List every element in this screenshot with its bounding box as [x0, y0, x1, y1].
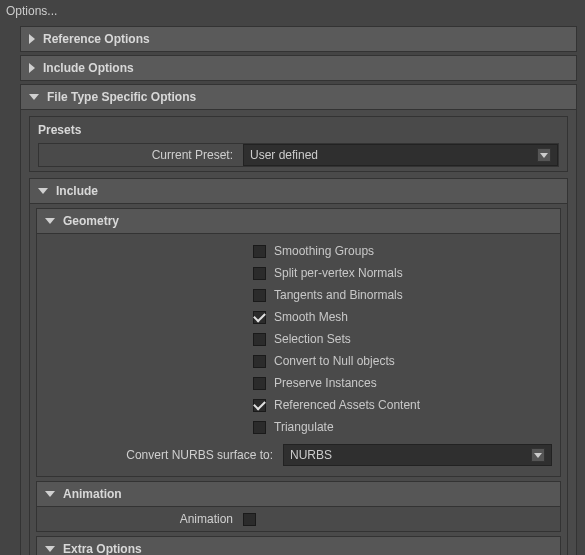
animation-checkbox[interactable]: [243, 513, 256, 526]
convert-nurbs-label: Convert NURBS surface to:: [45, 448, 277, 462]
split-normals-label: Split per-vertex Normals: [274, 266, 403, 280]
preserve-instances-label: Preserve Instances: [274, 376, 377, 390]
file-type-options-header[interactable]: File Type Specific Options: [20, 84, 577, 110]
chevron-right-icon: [29, 34, 35, 44]
presets-title: Presets: [38, 121, 559, 143]
current-preset-value: User defined: [250, 148, 318, 162]
smoothing-groups-label: Smoothing Groups: [274, 244, 374, 258]
selection-sets-label: Selection Sets: [274, 332, 351, 346]
split-normals-checkbox[interactable]: [253, 267, 266, 280]
smooth-mesh-checkbox[interactable]: [253, 311, 266, 324]
referenced-assets-label: Referenced Assets Content: [274, 398, 420, 412]
smooth-mesh-label: Smooth Mesh: [274, 310, 348, 324]
chevron-down-icon: [45, 491, 55, 497]
reference-options-header[interactable]: Reference Options: [20, 26, 577, 52]
file-type-options-title: File Type Specific Options: [47, 90, 196, 104]
convert-nurbs-value: NURBS: [290, 448, 332, 462]
chevron-down-icon: [45, 546, 55, 552]
current-preset-label: Current Preset:: [39, 144, 237, 166]
include-options-header[interactable]: Include Options: [20, 55, 577, 81]
reference-options-title: Reference Options: [43, 32, 150, 46]
triangulate-checkbox[interactable]: [253, 421, 266, 434]
window-title: Options...: [0, 0, 585, 22]
dropdown-arrow-icon: [531, 448, 545, 462]
current-preset-dropdown[interactable]: User defined: [243, 144, 558, 166]
include-header[interactable]: Include: [29, 178, 568, 204]
dropdown-arrow-icon: [537, 148, 551, 162]
extra-options-header[interactable]: Extra Options: [36, 536, 561, 555]
smoothing-groups-checkbox[interactable]: [253, 245, 266, 258]
include-options-title: Include Options: [43, 61, 134, 75]
chevron-down-icon: [45, 218, 55, 224]
selection-sets-checkbox[interactable]: [253, 333, 266, 346]
referenced-assets-checkbox[interactable]: [253, 399, 266, 412]
include-title: Include: [56, 184, 98, 198]
extra-options-title: Extra Options: [63, 542, 142, 555]
chevron-down-icon: [38, 188, 48, 194]
convert-null-checkbox[interactable]: [253, 355, 266, 368]
preserve-instances-checkbox[interactable]: [253, 377, 266, 390]
tangents-binormals-label: Tangents and Binormals: [274, 288, 403, 302]
animation-header[interactable]: Animation: [36, 481, 561, 507]
convert-nurbs-dropdown[interactable]: NURBS: [283, 444, 552, 466]
convert-null-label: Convert to Null objects: [274, 354, 395, 368]
presets-panel: Presets Current Preset: User defined: [29, 116, 568, 172]
animation-label: Animation: [37, 509, 237, 529]
geometry-header[interactable]: Geometry: [36, 208, 561, 234]
geometry-title: Geometry: [63, 214, 119, 228]
chevron-down-icon: [29, 94, 39, 100]
triangulate-label: Triangulate: [274, 420, 334, 434]
chevron-right-icon: [29, 63, 35, 73]
tangents-binormals-checkbox[interactable]: [253, 289, 266, 302]
animation-title: Animation: [63, 487, 122, 501]
